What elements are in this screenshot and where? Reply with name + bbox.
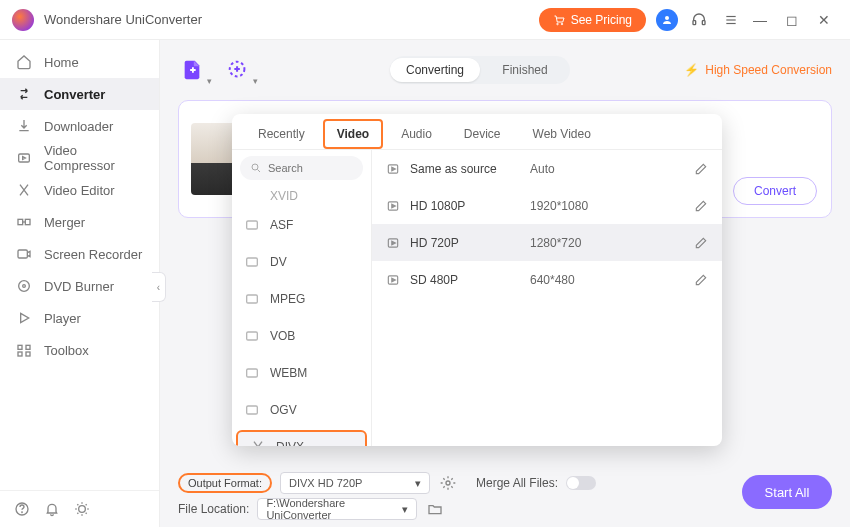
window-maximize[interactable]: ◻ bbox=[778, 12, 806, 28]
cart-icon bbox=[553, 14, 565, 26]
svg-rect-18 bbox=[18, 352, 22, 356]
high-speed-button[interactable]: ⚡ High Speed Conversion bbox=[684, 63, 832, 77]
play-icon bbox=[386, 236, 400, 250]
play-icon bbox=[386, 199, 400, 213]
bell-icon[interactable] bbox=[44, 501, 60, 517]
sidebar-item-dvd[interactable]: DVD Burner bbox=[0, 270, 159, 302]
sidebar-item-merger[interactable]: Merger bbox=[0, 206, 159, 238]
add-file-button[interactable]: ▾ bbox=[178, 56, 206, 84]
sidebar-item-editor[interactable]: Video Editor bbox=[0, 174, 159, 206]
theme-icon[interactable] bbox=[74, 501, 90, 517]
format-item[interactable]: ASF bbox=[232, 206, 371, 243]
open-folder-icon[interactable] bbox=[427, 501, 443, 517]
svg-marker-35 bbox=[392, 167, 396, 171]
edit-preset-icon[interactable] bbox=[694, 273, 708, 287]
format-item-selected[interactable]: DIVX bbox=[236, 430, 367, 446]
window-minimize[interactable]: — bbox=[746, 12, 774, 28]
chevron-down-icon: ▾ bbox=[402, 503, 408, 516]
recorder-icon bbox=[16, 246, 32, 262]
resolution-row-selected[interactable]: HD 720P 1280*720 bbox=[372, 224, 722, 261]
format-item[interactable]: VOB bbox=[232, 317, 371, 354]
format-search[interactable] bbox=[240, 156, 363, 180]
app-logo bbox=[12, 9, 34, 31]
svg-point-13 bbox=[19, 281, 30, 292]
panel-tab-recently[interactable]: Recently bbox=[244, 119, 319, 149]
player-icon bbox=[16, 310, 32, 326]
toolbox-icon bbox=[16, 342, 32, 358]
see-pricing-button[interactable]: See Pricing bbox=[539, 8, 646, 32]
chevron-down-icon: ▾ bbox=[253, 76, 258, 86]
svg-point-21 bbox=[22, 512, 23, 513]
panel-tab-device[interactable]: Device bbox=[450, 119, 515, 149]
app-title: Wondershare UniConverter bbox=[44, 12, 202, 27]
settings-icon[interactable] bbox=[440, 475, 456, 491]
dvd-icon bbox=[16, 278, 32, 294]
edit-preset-icon[interactable] bbox=[694, 236, 708, 250]
sidebar-item-compressor[interactable]: Video Compressor bbox=[0, 142, 159, 174]
format-icon bbox=[250, 439, 266, 447]
window-close[interactable]: ✕ bbox=[810, 12, 838, 28]
sidebar-item-converter[interactable]: Converter bbox=[0, 78, 159, 110]
file-location-label: File Location: bbox=[178, 502, 249, 516]
svg-point-0 bbox=[556, 23, 558, 25]
sidebar-item-home[interactable]: Home bbox=[0, 46, 159, 78]
sidebar-item-label: Toolbox bbox=[44, 343, 89, 358]
resolution-row[interactable]: Same as source Auto bbox=[372, 150, 722, 187]
svg-point-22 bbox=[79, 506, 86, 513]
sidebar-item-toolbox[interactable]: Toolbox bbox=[0, 334, 159, 366]
panel-tab-audio[interactable]: Audio bbox=[387, 119, 446, 149]
svg-rect-30 bbox=[247, 295, 258, 303]
sidebar-item-label: Converter bbox=[44, 87, 105, 102]
format-item[interactable]: MPEG bbox=[232, 280, 371, 317]
file-location-select[interactable]: F:\Wondershare UniConverter ▾ bbox=[257, 498, 417, 520]
sidebar: Home Converter Downloader Video Compress… bbox=[0, 40, 160, 527]
start-all-button[interactable]: Start All bbox=[742, 475, 832, 509]
help-icon[interactable] bbox=[14, 501, 30, 517]
merger-icon bbox=[16, 214, 32, 230]
format-item[interactable]: OGV bbox=[232, 391, 371, 428]
sidebar-item-player[interactable]: Player bbox=[0, 302, 159, 334]
format-panel: Recently Video Audio Device Web Video XV… bbox=[232, 114, 722, 446]
format-icon bbox=[244, 254, 260, 270]
format-item[interactable]: WEBM bbox=[232, 354, 371, 391]
account-icon[interactable] bbox=[656, 9, 678, 31]
format-item[interactable]: DV bbox=[232, 243, 371, 280]
home-icon bbox=[16, 54, 32, 70]
format-icon bbox=[244, 291, 260, 307]
merge-toggle[interactable] bbox=[566, 476, 596, 490]
converter-icon bbox=[16, 86, 32, 102]
panel-tab-web[interactable]: Web Video bbox=[519, 119, 605, 149]
resolution-row[interactable]: HD 1080P 1920*1080 bbox=[372, 187, 722, 224]
compressor-icon bbox=[16, 150, 32, 166]
sidebar-item-label: Downloader bbox=[44, 119, 113, 134]
svg-marker-37 bbox=[392, 204, 396, 208]
sidebar-collapse[interactable]: ‹ bbox=[152, 272, 166, 302]
convert-button[interactable]: Convert bbox=[733, 177, 817, 205]
tab-finished[interactable]: Finished bbox=[480, 58, 570, 82]
add-url-button[interactable]: ▾ bbox=[224, 56, 252, 84]
headset-icon[interactable] bbox=[688, 9, 710, 31]
sidebar-item-label: Screen Recorder bbox=[44, 247, 142, 262]
svg-marker-15 bbox=[21, 313, 29, 322]
svg-marker-39 bbox=[392, 241, 396, 245]
svg-rect-17 bbox=[26, 345, 30, 349]
svg-point-14 bbox=[23, 285, 26, 288]
panel-tab-video[interactable]: Video bbox=[323, 119, 383, 149]
sidebar-item-recorder[interactable]: Screen Recorder bbox=[0, 238, 159, 270]
svg-marker-41 bbox=[392, 278, 396, 282]
svg-rect-29 bbox=[247, 258, 258, 266]
edit-preset-icon[interactable] bbox=[694, 199, 708, 213]
format-icon bbox=[244, 328, 260, 344]
svg-rect-10 bbox=[25, 219, 30, 224]
menu-icon[interactable] bbox=[720, 9, 742, 31]
sidebar-item-label: DVD Burner bbox=[44, 279, 114, 294]
svg-point-1 bbox=[561, 23, 563, 25]
format-item[interactable]: XVID bbox=[232, 186, 371, 206]
svg-rect-12 bbox=[18, 250, 27, 258]
output-format-select[interactable]: DIVX HD 720P ▾ bbox=[280, 472, 430, 494]
tab-converting[interactable]: Converting bbox=[390, 58, 480, 82]
edit-preset-icon[interactable] bbox=[694, 162, 708, 176]
resolution-row[interactable]: SD 480P 640*480 bbox=[372, 261, 722, 298]
sidebar-item-downloader[interactable]: Downloader bbox=[0, 110, 159, 142]
svg-point-2 bbox=[665, 16, 669, 20]
